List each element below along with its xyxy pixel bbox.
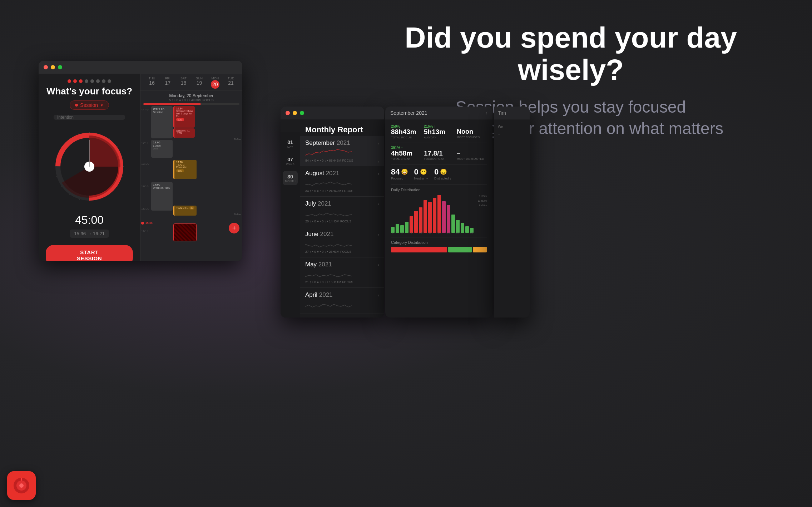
daily-dist-title: Daily Distribution <box>391 188 487 192</box>
stat-fb-val: 17.8/1 <box>424 150 454 157</box>
reports-traffic-green[interactable] <box>300 111 304 115</box>
event-title-tba: TBA21: Favourite <box>176 163 195 168</box>
detail-scroll-up[interactable]: ↑ <box>485 110 487 115</box>
report-item-august[interactable]: August 2021 › 34 ↑ • 0 ● • 0 ↓ • 24H42M … <box>300 166 384 197</box>
mood-row: 84 😄 Focused ↑ 0 😐 Neutral → 0 😞 Distrac… <box>391 167 487 180</box>
mood-neutral-val: 0 😐 <box>414 167 429 177</box>
report-graph-aug <box>305 178 352 187</box>
timer-panel: What's your focus? Session ▼ Intention <box>39 61 140 261</box>
report-month-aug: August 2021 <box>305 170 339 177</box>
reports-traffic-red[interactable] <box>286 111 290 115</box>
event-session-2[interactable]: Session: T... 28M <box>173 128 195 138</box>
time-label-11: 11:00 <box>141 108 149 112</box>
nav-day[interactable]: 01 DAY <box>283 137 298 151</box>
stat-avg-val: 5h13m <box>424 128 454 136</box>
cat-bar-2 <box>448 247 472 252</box>
timer-circle <box>48 125 130 208</box>
event-time-12: 12:00 <box>153 141 171 144</box>
svg-rect-32 <box>410 216 413 233</box>
svg-rect-39 <box>442 201 446 233</box>
event-label-tba2: TBA21: F... 4B <box>176 207 195 209</box>
report-item-april[interactable]: April 2021 › <box>300 288 384 314</box>
report-chevron-jul: › <box>378 201 379 207</box>
svg-text:5: 5 <box>401 231 403 234</box>
neutral-label: Neutral → <box>414 177 429 180</box>
traffic-red[interactable] <box>44 65 48 69</box>
clip-body: We ↑ <box>494 119 530 142</box>
event-label-s2: Session: T... 28M <box>176 129 193 134</box>
session-pill-arrow: ▼ <box>100 103 104 107</box>
nav-month[interactable]: 30 MONTH <box>283 171 298 185</box>
clip-arrow-up[interactable]: ↑ <box>498 132 526 138</box>
traffic-yellow[interactable] <box>51 65 55 69</box>
focused-label: Focused ↑ <box>391 177 408 180</box>
report-chevron-jun: › <box>378 232 379 237</box>
traffic-green[interactable] <box>58 65 62 69</box>
event-label: Work on <box>153 107 171 110</box>
day-thu: THU 16 <box>144 77 160 89</box>
event-badge: 52M <box>176 118 184 121</box>
event-time-14: 14:00 <box>153 183 171 186</box>
event-session-1[interactable]: 10:24 Session: Show last 2 days for fr..… <box>173 106 195 128</box>
report-chevron-aug: › <box>378 171 379 176</box>
day-fri: FRI 17 <box>160 77 175 89</box>
report-chevron-apr: › <box>378 292 379 298</box>
report-graph-jul <box>305 209 352 217</box>
event-work-tba[interactable]: 14:00 Work on TBA <box>151 182 173 211</box>
focus-dot-7 <box>102 79 105 83</box>
day-mon-active[interactable]: MON 20 <box>207 77 223 89</box>
report-month-jul: July 2021 <box>305 200 331 207</box>
session-pill[interactable]: Session ▼ <box>70 100 109 110</box>
nav-week[interactable]: 07 WEEK <box>283 154 298 168</box>
report-item-september[interactable]: September 2021 › 84 ↑ • 0 ● • 0 ↓ • 88H4… <box>300 136 384 166</box>
distracted-emoji: 😞 <box>440 168 447 175</box>
duration-label-2: 2h8m <box>234 213 241 216</box>
report-chevron-sep: › <box>378 141 379 146</box>
focused-num: 84 <box>391 167 400 177</box>
stats-row-2: 391% ↑ 4h58m TOTAL BREAK – 17.8/1 FOCUS/… <box>391 146 487 161</box>
focus-dot-6 <box>96 79 100 83</box>
event-tba21-2[interactable]: TBA21: F... 4B <box>173 206 197 216</box>
stat-total-focus: 259% ↑ 88h43m TOTAL FOCUS <box>391 124 421 139</box>
svg-text:9: 9 <box>411 231 412 234</box>
report-month-sep: September 2021 <box>305 139 350 147</box>
start-session-button[interactable]: START SESSION <box>46 245 133 261</box>
cat-bar-3 <box>473 247 487 252</box>
report-stats-aug: 34 ↑ • 0 ● • 0 ↓ • 24H42M FOCUS <box>305 189 379 193</box>
focused-emoji: 😄 <box>401 168 408 175</box>
add-event-button[interactable]: + <box>229 223 239 233</box>
stat-md-pct: – <box>457 146 487 150</box>
calendar-body: 11:00 Work on Session 10:24 Session: Sho… <box>140 105 242 261</box>
report-item-may[interactable]: May 2021 › 21 ↑ • 0 ● • 0 ↓ • 15H11M FOC… <box>300 257 384 288</box>
cat-bar-1 <box>391 247 447 252</box>
stat-total-break: 391% ↑ 4h58m TOTAL BREAK <box>391 146 421 161</box>
stat-avg-label: AVG/DAY <box>424 136 454 139</box>
report-item-july[interactable]: July 2021 › 20 ↑ • 0 ● • 0 ↓ • 14H3M FOC… <box>300 197 384 227</box>
event-label2: Session <box>153 110 171 114</box>
event-lunch[interactable]: 12:00 Lunch 6ðM <box>151 140 173 158</box>
intention-bar[interactable]: Intention <box>54 115 125 120</box>
svg-rect-33 <box>414 211 418 233</box>
timer-range-text: 15:36 → 16:21 <box>74 231 104 236</box>
report-item-june[interactable]: June 2021 › 27 ↑ • 0 ● • 0 ↓ • 23H3M FOC… <box>300 227 384 257</box>
report-may-header: May 2021 › <box>305 261 379 268</box>
svg-rect-35 <box>424 200 427 233</box>
stat-mf-val: Noon <box>457 128 487 136</box>
distracted-label: Distracted ↓ <box>434 177 451 180</box>
marketing-headline: Did you spend your day wisely? <box>392 21 749 86</box>
event-title: Session: Show last 2 days for fr... <box>176 110 193 117</box>
event-work-session[interactable]: Work on Session <box>151 106 173 138</box>
detail-titlebar: September 2021 ↑ <box>385 107 492 119</box>
mood-distracted: 0 😞 Distracted ↓ <box>434 167 451 180</box>
focus-dot-8 <box>108 79 111 83</box>
event-tba21-1[interactable]: 13:06 TBA21: Favourite 56M <box>173 160 197 179</box>
focus-prompt: What's your focus? <box>46 86 132 97</box>
event-label-wtba: Work on TBA <box>153 186 171 189</box>
focus-dot-4 <box>85 79 88 83</box>
report-item-header: September 2021 › <box>305 139 379 147</box>
report-apr-header: April 2021 › <box>305 291 379 299</box>
stat-most-focused: – Noon MOST FOCUSED <box>457 124 487 139</box>
stat-md-label: MOST DISTRACTED <box>457 157 487 161</box>
reports-traffic-yellow[interactable] <box>293 111 297 115</box>
timer-display: 45:00 <box>75 213 104 227</box>
